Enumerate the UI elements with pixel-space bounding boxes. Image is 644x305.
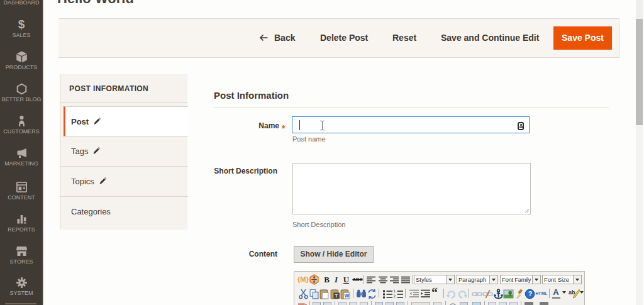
svg-text:1: 1 [394,289,396,293]
svg-text:W: W [344,292,350,299]
svg-text:2: 2 [394,294,396,298]
svg-text:T: T [335,293,338,299]
svg-text:?: ? [528,290,532,297]
